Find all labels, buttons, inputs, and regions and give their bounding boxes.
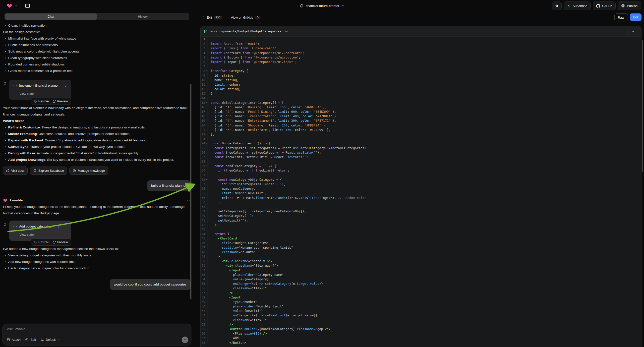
diff-toggle-button[interactable]: Diff: [630, 14, 642, 21]
code-line: 52 <Input: [201, 268, 641, 272]
code-scrollbar[interactable]: [642, 40, 643, 172]
code-icon: < >: [13, 82, 17, 89]
code-line: 65 <Button onClick={handleAddCategory} c…: [201, 327, 641, 331]
code-line: 20 { id: '5', name: 'Shopping', limit: 2…: [201, 123, 641, 128]
logo-chevron-down-icon[interactable]: [14, 4, 17, 7]
manage-knowledge-button[interactable]: Manage knowledge: [70, 166, 108, 175]
code-line: 24▾const BudgetCategories = () => {: [201, 141, 641, 146]
user-message: would be cool if you could add budget ca…: [110, 279, 190, 290]
preview-label: Preview: [57, 239, 68, 246]
code-line: 29▾ const handleAddCategory = () => {: [201, 164, 641, 168]
assistant-name: Lovable: [10, 197, 23, 204]
github-label: GitHub: [602, 4, 612, 8]
code-line: 10 name: string;: [201, 78, 641, 82]
file-header[interactable]: src/components/budget/BudgetCategories.t…: [201, 26, 641, 36]
visit-docs-button[interactable]: Visit docs: [3, 166, 28, 175]
tab-history[interactable]: History: [97, 14, 189, 20]
chevron-left-icon: [202, 16, 205, 19]
list-item: Clean typography with clear hierarchies: [3, 55, 190, 61]
code-line: 49 >: [201, 254, 641, 259]
attach-label: Attach: [12, 338, 20, 342]
code-line: 38: [201, 204, 641, 209]
publish-button[interactable]: Publish: [618, 2, 641, 10]
list-item: Refine & Customize: Tweak the design, an…: [3, 124, 190, 131]
bookmark-icon[interactable]: [3, 222, 7, 227]
restore-button[interactable]: Restore: [34, 98, 49, 104]
assistant-header: Lovable ···: [3, 197, 190, 204]
version-card-add-budget-categories[interactable]: < > Add budget categories View code: [9, 220, 71, 241]
composer[interactable]: Ask Lovable... Attach Edit: [2, 324, 192, 346]
list-item: Clean, intuitive navigation: [3, 22, 190, 29]
external-link-icon: [53, 100, 56, 103]
view-code-link[interactable]: View code: [20, 232, 68, 238]
preview-button[interactable]: Preview: [53, 98, 68, 104]
visit-docs-label: Visit docs: [11, 168, 24, 174]
code-line: 3import { Plus } from 'lucide-react';: [201, 46, 641, 50]
edit-button[interactable]: Edit: [25, 338, 36, 342]
code-line: 40 setNewCategory('');: [201, 214, 641, 218]
code-line: 53 placeholder="Category name": [201, 272, 641, 277]
collapse-file-button[interactable]: [628, 27, 638, 35]
version-card-implement-financial-planner[interactable]: < > Implement financial planner View cod…: [9, 80, 71, 100]
supabase-button[interactable]: Supabase: [564, 2, 591, 10]
bookmark-icon[interactable]: [3, 82, 7, 86]
chat-history-tabs: Chat History: [4, 13, 189, 20]
project-menu[interactable]: financial-future-creator: [300, 0, 344, 12]
external-link-icon: [53, 241, 56, 244]
code-line: 58 <Input: [201, 295, 641, 300]
arrow-up-icon: [184, 338, 187, 342]
sidebar-toggle-button[interactable]: [23, 2, 32, 10]
code-editor[interactable]: 12import React from 'react';3import { Pl…: [201, 36, 641, 347]
code-line: 66 <Plus size={16} />: [201, 331, 641, 336]
top-bar: financial-future-creator Supabase: [0, 0, 644, 12]
tab-chat[interactable]: Chat: [5, 14, 97, 20]
attach-button[interactable]: Attach: [6, 338, 20, 342]
mode-label: Default: [46, 338, 56, 342]
package-icon: [73, 169, 76, 172]
send-button[interactable]: [182, 336, 188, 343]
code-line: 61 value={newLimit}: [201, 309, 641, 313]
code-line: 50 <div className="space-y-6">: [201, 259, 641, 263]
explore-supabase-button[interactable]: Explore Supabase: [30, 166, 67, 175]
code-line: 9 id: string;: [201, 74, 641, 78]
code-line: 2import React from 'react';: [201, 42, 641, 46]
settings-button[interactable]: [552, 2, 562, 10]
code-line: 27 const [newLimit, setNewLimit] = React…: [201, 155, 641, 159]
explore-supabase-label: Explore Supabase: [38, 168, 64, 174]
code-line: 47 subtitle="Manage your spending limits…: [201, 246, 641, 250]
code-line: 68 </Button>: [201, 340, 641, 345]
chat-scrollbar[interactable]: [190, 84, 192, 300]
lovable-logo-icon[interactable]: [6, 3, 12, 8]
code-pane: Exit ESC View on GitHub G Raw Diff src/c…: [194, 12, 644, 347]
version-card-title: Implement financial planner: [19, 82, 59, 89]
github-button[interactable]: GitHub: [593, 2, 616, 10]
code-line: 30 if (!newCategory || !newLimit) return…: [201, 168, 641, 173]
code-line: 21 { id: '6', name: 'Healthcare', limit:…: [201, 128, 641, 132]
restore-button[interactable]: Restore: [34, 239, 49, 246]
mode-selector[interactable]: Default: [40, 338, 60, 342]
preview-label: Preview: [57, 98, 68, 104]
code-line: 17 { id: '2', name: 'Food & Dining', lim…: [201, 110, 641, 114]
chevron-right-icon: [57, 225, 60, 228]
view-on-github-button[interactable]: View on GitHub G: [231, 16, 260, 20]
raw-toggle-button[interactable]: Raw: [614, 14, 628, 22]
exit-button[interactable]: Exit ESC: [202, 16, 222, 20]
reply-intro: I'll help you add budget categories to t…: [3, 204, 190, 216]
code-line: 63 className="flex-1": [201, 318, 641, 322]
code-line: 42 };: [201, 223, 641, 227]
message-menu-button[interactable]: ···: [185, 197, 190, 204]
file-card: src/components/budget/BudgetCategories.t…: [200, 26, 642, 347]
code-line: 60 placeholder="Monthly limit": [201, 304, 641, 309]
code-line: 54 value={newCategory}: [201, 277, 641, 282]
bullet-list: Clean, intuitive navigation: [3, 22, 190, 29]
view-code-link[interactable]: View code: [20, 90, 68, 97]
preview-button[interactable]: Preview: [53, 239, 68, 246]
code-line: 48 className="h-auto": [201, 250, 641, 254]
exit-label: Exit: [206, 16, 212, 20]
list-item: Glass-morphic elements for a premium fee…: [3, 68, 190, 74]
code-line: 57 />: [201, 291, 641, 295]
code-line: 46 title="Budget Categories": [201, 241, 641, 245]
aesthetic-heading: For the design aesthetic:: [3, 29, 190, 35]
code-line: 44 return (: [201, 232, 641, 236]
code-line: 34 name: newCategory,: [201, 186, 641, 191]
